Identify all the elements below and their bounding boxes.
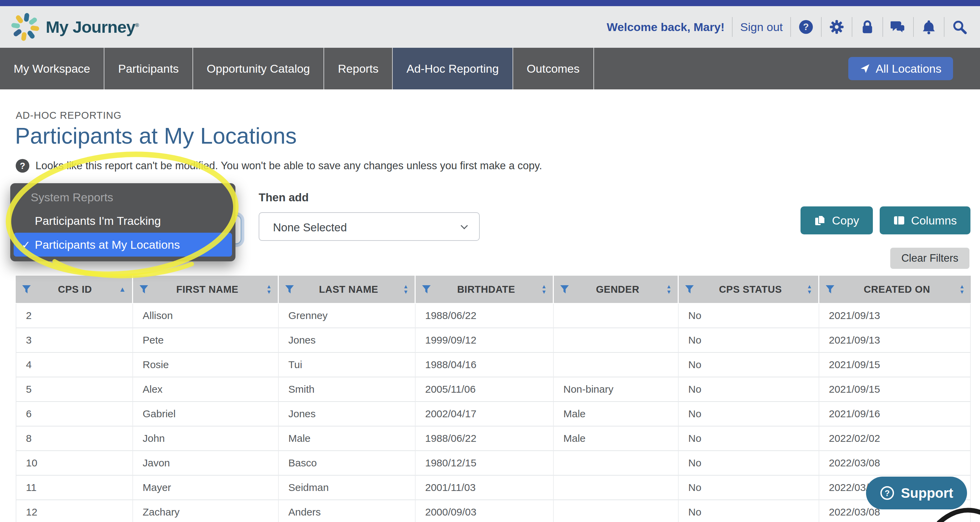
notifications-icon[interactable] — [921, 19, 936, 35]
table-cell: No — [679, 427, 819, 451]
table-cell: Jones — [279, 328, 415, 353]
messages-icon[interactable] — [891, 19, 905, 35]
nav-tab-reports[interactable]: Reports — [324, 48, 393, 89]
table-cell: No — [679, 451, 819, 476]
all-locations-label: All Locations — [876, 62, 942, 75]
sort-icon[interactable]: ▲▼ — [403, 285, 409, 294]
filter-icon[interactable] — [826, 285, 835, 294]
then-add-label: Then add — [259, 191, 309, 204]
table-cell: 5 — [16, 377, 133, 402]
clear-filters-button[interactable]: Clear Filters — [890, 248, 969, 269]
table-cell: 2005/11/06 — [415, 377, 554, 402]
table-cell: 2002/04/17 — [415, 402, 554, 427]
table-cell: Smith — [279, 377, 415, 402]
info-icon: ? — [16, 159, 29, 173]
table-cell: 2000/09/03 — [415, 500, 554, 522]
brand-logo[interactable]: My Journey® — [10, 12, 138, 42]
dropdown-group-label: System Reports — [14, 189, 232, 209]
table-cell: Rosie — [133, 353, 279, 377]
filter-icon[interactable] — [560, 285, 569, 294]
report-option-label: Participants I'm Tracking — [35, 214, 161, 228]
sort-icon[interactable]: ▲▼ — [666, 285, 671, 294]
divider — [882, 17, 883, 37]
columns-button[interactable]: Columns — [880, 207, 970, 234]
column-label: CREATED ON — [835, 284, 959, 295]
table-cell: No — [679, 377, 819, 402]
nav-tab-my-workspace[interactable]: My Workspace — [0, 48, 104, 89]
brand-name: My Journey — [46, 18, 135, 36]
table-cell — [554, 451, 679, 476]
divider — [913, 17, 914, 37]
readonly-notice: ? Looks like this report can't be modifi… — [16, 159, 542, 173]
table-cell: 11 — [16, 476, 133, 500]
filter-icon[interactable] — [139, 285, 148, 294]
column-header-created-on[interactable]: CREATED ON▲▼ — [819, 276, 971, 303]
column-header-last-name[interactable]: LAST NAME▲▼ — [279, 276, 415, 303]
table-cell: 12 — [16, 500, 133, 522]
sort-icon[interactable]: ▲▼ — [266, 285, 272, 294]
copy-icon — [814, 215, 826, 226]
sign-out-link[interactable]: Sign out — [740, 21, 783, 34]
table-cell: Gabriel — [133, 402, 279, 427]
report-option-participants-at-my-locations[interactable]: ✓Participants at My Locations — [14, 233, 232, 256]
notice-text: Looks like this report can't be modified… — [35, 160, 542, 172]
table-cell: 1999/09/12 — [415, 328, 554, 353]
table-cell: 1980/12/15 — [415, 451, 554, 476]
help-icon[interactable]: ? — [799, 19, 813, 35]
columns-icon — [893, 215, 905, 226]
table-cell: Javon — [133, 451, 279, 476]
nav-tab-opportunity-catalog[interactable]: Opportunity Catalog — [193, 48, 324, 89]
settings-icon[interactable] — [829, 19, 844, 35]
table-cell: 1988/06/22 — [415, 427, 554, 451]
column-header-cps-id[interactable]: CPS ID▲ — [16, 276, 133, 303]
sort-icon[interactable]: ▲▼ — [959, 285, 965, 294]
divider — [821, 17, 822, 37]
table-cell: 1988/06/22 — [415, 304, 554, 328]
svg-text:?: ? — [803, 21, 809, 32]
sort-icon[interactable]: ▲▼ — [541, 285, 547, 294]
table-cell: Jones — [279, 402, 415, 427]
report-option-label: Participants at My Locations — [35, 238, 180, 251]
table-cell — [554, 353, 679, 377]
support-button[interactable]: ? Support — [866, 477, 967, 509]
filter-icon[interactable] — [22, 285, 31, 294]
nav-tab-ad-hoc-reporting[interactable]: Ad-Hoc Reporting — [393, 48, 513, 89]
table-cell — [554, 500, 679, 522]
divider — [944, 17, 945, 37]
column-header-birthdate[interactable]: BIRTHDATE▲▼ — [415, 276, 554, 303]
table-cell — [554, 328, 679, 353]
column-header-first-name[interactable]: FIRST NAME▲▼ — [133, 276, 279, 303]
main-nav: My WorkspaceParticipantsOpportunity Cata… — [0, 48, 980, 89]
report-option-participants-i-m-tracking[interactable]: Participants I'm Tracking — [14, 209, 232, 233]
search-icon[interactable] — [952, 19, 967, 35]
sort-icon[interactable]: ▲ — [119, 286, 126, 292]
filter-icon[interactable] — [685, 285, 694, 294]
table-cell: 2021/09/15 — [819, 353, 971, 377]
nav-tab-outcomes[interactable]: Outcomes — [513, 48, 594, 89]
table-body: 2AllisonGrenney1988/06/22No2021/09/133Pe… — [16, 304, 971, 522]
column-header-gender[interactable]: GENDER▲▼ — [554, 276, 679, 303]
table-cell: 2021/09/13 — [819, 304, 971, 328]
then-add-select[interactable]: None Selected — [259, 212, 480, 241]
lock-icon[interactable] — [860, 19, 875, 35]
column-label: BIRTHDATE — [431, 284, 541, 295]
copy-button[interactable]: Copy — [800, 207, 873, 234]
all-locations-button[interactable]: All Locations — [848, 57, 953, 80]
column-header-cps-status[interactable]: CPS STATUS▲▼ — [679, 276, 819, 303]
svg-text:?: ? — [885, 489, 890, 498]
filter-icon[interactable] — [422, 285, 431, 294]
table-cell: 2022/02/02 — [819, 427, 971, 451]
table-cell: Zachary — [133, 500, 279, 522]
table-cell: 2021/09/16 — [819, 402, 971, 427]
column-label: CPS ID — [31, 284, 119, 295]
table-cell: 4 — [16, 353, 133, 377]
checkmark-icon: ✓ — [14, 239, 35, 251]
nav-tab-participants[interactable]: Participants — [104, 48, 193, 89]
table-cell: Seidman — [279, 476, 415, 500]
table-cell: 10 — [16, 451, 133, 476]
table-cell: Mayer — [133, 476, 279, 500]
table-cell: No — [679, 304, 819, 328]
sort-icon[interactable]: ▲▼ — [807, 285, 812, 294]
filter-icon[interactable] — [285, 285, 294, 294]
table-cell: 6 — [16, 402, 133, 427]
